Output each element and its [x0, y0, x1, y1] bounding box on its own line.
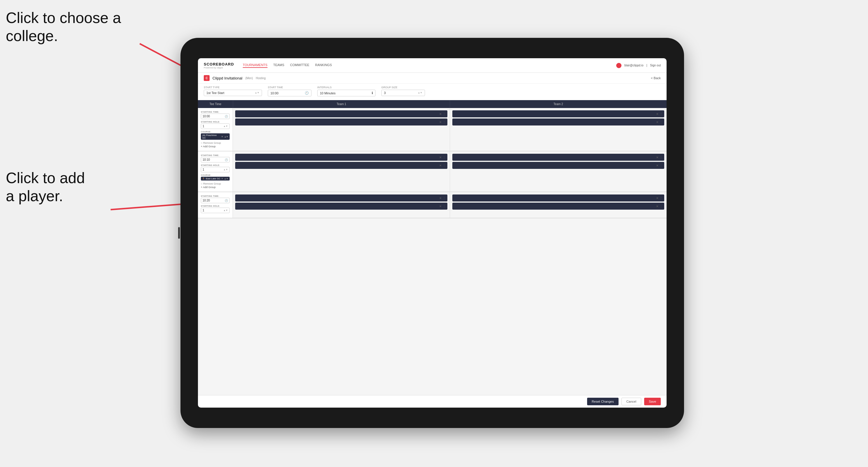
slot-arrows: ⋮: [659, 164, 662, 167]
player-slot[interactable]: ✕ ⋮: [452, 154, 664, 161]
slot-arrows: ⋮: [443, 113, 446, 116]
player-slot[interactable]: ✕ ⋮: [235, 154, 447, 161]
player-slot[interactable]: ✕ ⋮: [452, 162, 664, 169]
brand: SCOREBOARD Powered by clippd: [204, 62, 234, 69]
slot-remove[interactable]: ✕: [656, 156, 658, 159]
cancel-button[interactable]: Cancel: [621, 398, 641, 405]
start-time-label: Start Time: [268, 86, 311, 89]
starting-time-input-3[interactable]: 10:20 🕙: [201, 198, 230, 203]
player-slot[interactable]: ✕ ⋮: [452, 110, 664, 117]
sub-header: C Clippd Invitational (Men) Hosting < Ba…: [198, 73, 666, 84]
intervals-label: Intervals: [317, 86, 375, 89]
group-row: STARTING TIME: 10:20 🕙 STARTING HOLE: 1 …: [198, 192, 666, 218]
starting-time-input-2[interactable]: 10:10 🕙: [201, 157, 230, 162]
remove-group-1[interactable]: ○ Remove Group: [201, 142, 230, 145]
nav-teams[interactable]: TEAMS: [273, 63, 284, 68]
slot-remove[interactable]: ✕: [439, 205, 441, 208]
annotation-college: Click to choose a college.: [6, 9, 121, 45]
group-teams-3: ✕ ⋮ ✕ ⋮ ✕ ⋮ ✕: [233, 192, 666, 218]
nav-rankings[interactable]: RANKINGS: [315, 63, 332, 68]
add-group-1[interactable]: + Add Group: [201, 145, 230, 148]
user-avatar: [616, 63, 621, 68]
player-slot[interactable]: ✕ ⋮: [235, 162, 447, 169]
start-type-arrows: ▲▼: [255, 92, 259, 94]
intervals-group: Intervals 10 Minutes ℹ: [317, 86, 375, 96]
reset-button[interactable]: Reset Changes: [587, 398, 619, 405]
group-left-2: STARTING TIME: 10:10 🕙 STARTING HOLE: 1 …: [198, 151, 233, 192]
slot-arrows: ⋮: [443, 205, 446, 208]
clock-icon-3: 🕙: [225, 199, 228, 202]
annotation-player: Click to add a player.: [6, 169, 85, 205]
group-size-arrows: ▲▼: [418, 92, 422, 94]
nav-tournaments[interactable]: TOURNAMENTS: [243, 63, 268, 68]
player-slot[interactable]: ✕ ⋮: [452, 194, 664, 201]
nav-committee[interactable]: COMMITTEE: [290, 63, 309, 68]
starting-time-field-2: STARTING TIME: 10:10 🕙: [201, 154, 230, 162]
col-team1: Team 1: [233, 100, 450, 108]
col-team2: Team 2: [450, 100, 666, 108]
slot-arrows: ⋮: [443, 196, 446, 200]
clock-icon: 🕙: [305, 91, 309, 95]
slot-arrows: ⋮: [443, 164, 446, 167]
start-type-input[interactable]: 1st Tee Start ▲▼: [204, 90, 262, 96]
course-tag-1[interactable]: (A) Peachtree GC ✕ ▲▼: [201, 133, 230, 140]
slot-remove[interactable]: ✕: [656, 113, 658, 116]
team2-col-2: ✕ ⋮ ✕ ⋮: [450, 151, 667, 192]
group-left-1: STARTING TIME: 10:00 🕙 STARTING HOLE: 1 …: [198, 108, 233, 151]
starting-hole-input-1[interactable]: 1 ▲▼: [201, 123, 230, 129]
player-slot[interactable]: ✕ ⋮: [235, 110, 447, 117]
remove-course-2[interactable]: ✕: [221, 177, 223, 180]
start-time-input[interactable]: 10:00 🕙: [268, 90, 311, 96]
brand-title: SCOREBOARD: [204, 62, 234, 66]
intervals-input[interactable]: 10 Minutes ℹ: [317, 90, 375, 96]
slot-remove[interactable]: ✕: [439, 196, 441, 200]
group-row: STARTING TIME: 10:00 🕙 STARTING HOLE: 1 …: [198, 108, 666, 151]
slot-remove[interactable]: ✕: [656, 205, 658, 208]
info-icon: ℹ: [372, 91, 373, 95]
team2-col-1: ✕ ⋮ ✕ ⋮: [450, 108, 667, 151]
slot-remove[interactable]: ✕: [439, 156, 441, 159]
team2-col-3: ✕ ⋮ ✕ ⋮: [450, 192, 667, 218]
player-slot[interactable]: ✕ ⋮: [235, 119, 447, 125]
logo-icon: C: [204, 75, 210, 81]
remove-course-1[interactable]: ✕: [221, 135, 223, 138]
slot-remove[interactable]: ✕: [656, 164, 658, 167]
slot-remove[interactable]: ✕: [439, 121, 441, 124]
player-slot[interactable]: ✕ ⋮: [452, 119, 664, 125]
group-size-input[interactable]: 3 ▲▼: [381, 90, 425, 96]
clock-icon-1: 🕙: [225, 115, 228, 118]
player-slot[interactable]: ✕ ⋮: [235, 203, 447, 210]
slot-arrows: ⋮: [443, 121, 446, 124]
remove-group-2[interactable]: ○ Remove Group: [201, 182, 230, 185]
group-teams-1: ✕ ⋮ ✕ ⋮ ✕ ⋮ ✕: [233, 108, 666, 151]
tablet-screen: SCOREBOARD Powered by clippd TOURNAMENTS…: [198, 58, 666, 408]
back-button[interactable]: < Back: [651, 76, 661, 80]
player-slot[interactable]: ✕ ⋮: [235, 194, 447, 201]
start-type-group: Start Type 1st Tee Start ▲▼: [204, 86, 262, 96]
save-button[interactable]: Save: [644, 398, 661, 405]
hosting-label: Hosting: [256, 76, 266, 80]
slot-remove[interactable]: ✕: [439, 164, 441, 167]
clock-icon-2: 🕙: [225, 158, 228, 161]
tournament-title: Clippd Invitational: [213, 76, 243, 80]
player-slot[interactable]: ✕ ⋮: [452, 203, 664, 210]
start-type-label: Start Type: [204, 86, 262, 89]
slot-arrows: ⋮: [443, 156, 446, 159]
course-field-1: COURSE: (A) Peachtree GC ✕ ▲▼: [201, 131, 230, 140]
slot-remove[interactable]: ✕: [439, 113, 441, 116]
add-group-2[interactable]: + Add Group: [201, 186, 230, 189]
slot-remove[interactable]: ✕: [656, 121, 658, 124]
col-tee-time: Tee Time: [198, 100, 233, 108]
brand-subtitle: Powered by clippd: [204, 66, 234, 69]
starting-hole-input-3[interactable]: 1 ▲▼: [201, 208, 230, 213]
tournament-tag: (Men): [245, 76, 253, 80]
starting-time-input-1[interactable]: 10:00 🕙: [201, 114, 230, 119]
sign-out-link[interactable]: Sign out: [650, 64, 661, 67]
footer-bar: Reset Changes Cancel Save: [198, 395, 666, 408]
slot-remove[interactable]: ✕: [656, 196, 658, 200]
starting-hole-input-2[interactable]: 1 ▲▼: [201, 167, 230, 173]
main-content: STARTING TIME: 10:00 🕙 STARTING HOLE: 1 …: [198, 108, 666, 395]
starting-hole-field-3: STARTING HOLE: 1 ▲▼: [201, 205, 230, 213]
course-tag-2[interactable]: 🏌 East Lake GC ✕ ▲▼: [201, 177, 230, 181]
group-size-label: Group Size: [381, 86, 425, 89]
